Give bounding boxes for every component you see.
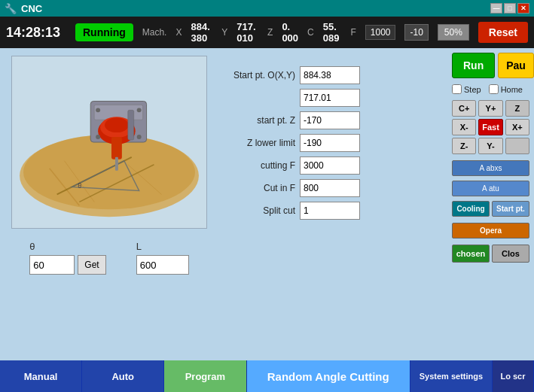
tab-system-settings[interactable]: System settings	[410, 360, 493, 392]
title-bar-text: CNC	[21, 3, 42, 14]
jog-x-minus[interactable]: X-	[452, 119, 476, 135]
l-input[interactable]	[136, 255, 189, 275]
step-home-row: Step Home	[452, 84, 529, 94]
svg-point-1	[23, 135, 195, 209]
svg-point-17	[96, 108, 100, 112]
mid-panel: Start pt. O(X,Y) start pt. Z Z lower lim…	[218, 48, 447, 360]
cutting-f-label: cutting F	[227, 160, 295, 171]
svg-point-19	[96, 135, 100, 139]
title-bar: 🔧 CNC — □ ✕	[0, 0, 534, 17]
title-bar-icon: 🔧	[5, 3, 17, 14]
close-button[interactable]: Clos	[492, 245, 529, 263]
theta-input[interactable]	[29, 255, 75, 275]
start-pt-z-input[interactable]	[300, 111, 360, 129]
a-atu-button[interactable]: A atu	[452, 181, 529, 196]
z-lower-input[interactable]	[300, 134, 360, 152]
home-label: Home	[501, 85, 523, 94]
cutting-f-input[interactable]	[300, 156, 360, 175]
reset-button[interactable]: Reset	[478, 22, 528, 43]
split-cut-label: Split cut	[227, 205, 295, 216]
c-value: 55. 089	[323, 21, 342, 44]
params-row: θ Get L	[29, 241, 188, 275]
a-atu-row: A atu	[452, 181, 529, 196]
svg-point-18	[137, 108, 142, 112]
jog-c-plus[interactable]: C+	[452, 100, 476, 117]
close-button[interactable]: ✕	[517, 3, 529, 14]
pause-button[interactable]: Pau	[498, 53, 534, 78]
svg-rect-14	[111, 137, 122, 160]
start-pt-z-row: start pt. Z	[227, 111, 438, 129]
run-pause-row: Run Pau	[452, 53, 529, 78]
cnc-visualization: θ	[12, 56, 206, 228]
jog-fast[interactable]: Fast	[478, 119, 502, 135]
run-button[interactable]: Run	[452, 53, 495, 78]
neg10-button[interactable]: -10	[404, 24, 428, 41]
y-label: Y	[221, 27, 227, 38]
title-bar-controls: — □ ✕	[490, 3, 529, 14]
cooling-button[interactable]: Cooling	[452, 201, 490, 217]
start-pt-xy-row: Start pt. O(X,Y)	[227, 66, 438, 84]
split-cut-input[interactable]	[300, 202, 360, 220]
x-label: X	[175, 27, 182, 38]
opera-button[interactable]: Opera	[452, 223, 529, 239]
time-display: 14:28:13	[6, 25, 66, 41]
z-lower-row: Z lower limit	[227, 134, 438, 152]
home-checkbox-label[interactable]: Home	[489, 84, 523, 94]
left-panel: θ	[0, 48, 218, 360]
start-pt-x-input[interactable]	[300, 66, 360, 84]
start-pt-xy-label: Start pt. O(X,Y)	[227, 70, 295, 81]
theta-param: θ Get	[29, 241, 105, 275]
tab-auto[interactable]: Auto	[82, 360, 164, 392]
x-value: 884. 380	[191, 21, 212, 44]
chosen-button[interactable]: chosen	[452, 245, 490, 263]
mach-label: Mach.	[142, 27, 167, 38]
main-area: θ	[0, 48, 534, 360]
jog-y-plus[interactable]: Y+	[478, 100, 502, 117]
jog-x-plus[interactable]: X+	[505, 119, 529, 135]
a-buttons-row: A abxs	[452, 160, 529, 176]
bottom-bar: Manual Auto Program Random Angle Cutting…	[0, 360, 534, 392]
tab-program[interactable]: Program	[164, 360, 246, 392]
cut-in-f-label: Cut in F	[227, 183, 295, 193]
right-panel: Run Pau Step Home C+ Y+ Z X- Fast X+ Z- …	[447, 48, 534, 360]
f-label: F	[350, 27, 355, 38]
cut-in-f-row: Cut in F	[227, 179, 438, 197]
y-value: 717. 010	[236, 21, 258, 44]
jog-z-plus[interactable]: Z	[505, 100, 529, 117]
cnc-canvas: θ	[11, 56, 207, 229]
z-lower-label: Z lower limit	[227, 138, 295, 148]
svg-point-20	[137, 135, 142, 139]
speed-display: 1000	[365, 25, 396, 40]
z-label: Z	[267, 27, 273, 38]
jog-z-minus[interactable]: Z-	[452, 138, 476, 154]
start-pt-button[interactable]: Start pt.	[492, 201, 529, 217]
c-label: C	[307, 27, 314, 38]
svg-rect-15	[115, 157, 118, 171]
start-pt-y-input[interactable]	[300, 89, 360, 107]
l-param: L	[136, 241, 189, 275]
jog-y-minus[interactable]: Y-	[478, 138, 502, 154]
svg-point-13	[105, 117, 129, 132]
svg-text:θ: θ	[78, 182, 81, 190]
theta-label: θ	[29, 241, 105, 252]
start-pt-y-row	[227, 89, 438, 107]
percent-button[interactable]: 50%	[438, 24, 469, 41]
cutting-f-row: cutting F	[227, 156, 438, 175]
jog-grid: C+ Y+ Z X- Fast X+ Z- Y-	[452, 100, 529, 154]
step-checkbox-label[interactable]: Step	[452, 84, 481, 94]
a-abxs-button[interactable]: A abxs	[452, 160, 529, 176]
cut-in-f-input[interactable]	[300, 179, 360, 197]
tab-random-angle[interactable]: Random Angle Cutting	[247, 360, 410, 392]
maximize-button[interactable]: □	[504, 3, 516, 14]
step-checkbox[interactable]	[452, 84, 462, 94]
home-checkbox[interactable]	[489, 84, 499, 94]
minimize-button[interactable]: —	[490, 3, 502, 14]
tab-manual[interactable]: Manual	[0, 360, 82, 392]
jog-z-extra[interactable]	[505, 138, 529, 154]
tab-lo-scr[interactable]: Lo scr	[493, 360, 534, 392]
status-bar: 14:28:13 Running Mach. X 884. 380 Y 717.…	[0, 17, 534, 48]
get-button[interactable]: Get	[78, 255, 105, 275]
l-label: L	[136, 241, 189, 252]
running-badge: Running	[75, 23, 133, 41]
step-label: Step	[464, 85, 481, 94]
